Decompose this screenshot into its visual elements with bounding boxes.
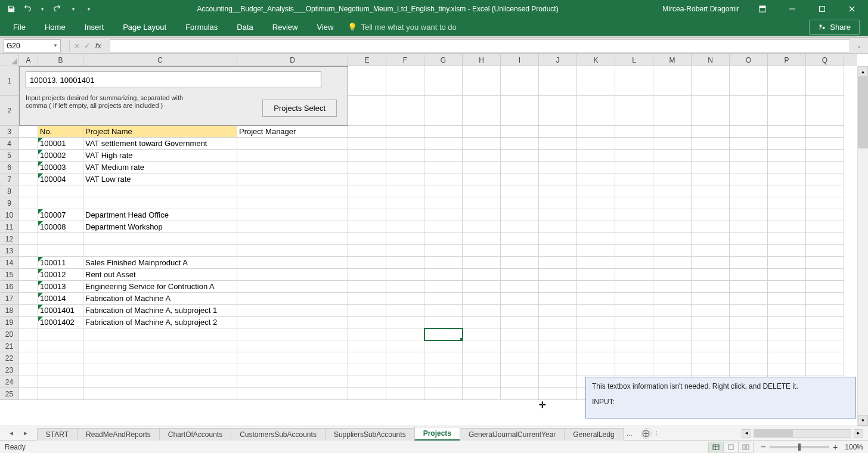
cell[interactable]: [615, 221, 653, 233]
row-15[interactable]: 15: [0, 269, 19, 281]
cell[interactable]: [653, 269, 692, 281]
tab-insert[interactable]: Insert: [75, 18, 114, 36]
cell[interactable]: [615, 96, 653, 126]
row-19[interactable]: 19: [0, 317, 19, 328]
cell[interactable]: [806, 173, 844, 185]
col-L[interactable]: L: [615, 54, 653, 66]
col-K[interactable]: K: [577, 54, 615, 66]
user-name[interactable]: Mircea-Robert Dragomir: [655, 5, 746, 13]
cell[interactable]: [806, 340, 844, 352]
cell[interactable]: [237, 340, 348, 352]
cell[interactable]: [501, 388, 539, 400]
cell[interactable]: [730, 269, 768, 281]
cell[interactable]: [386, 173, 424, 185]
cell[interactable]: [348, 293, 386, 305]
hscroll-thumb[interactable]: [754, 430, 793, 437]
cell[interactable]: VAT Low rate: [83, 173, 237, 185]
name-box[interactable]: G20 ▼: [4, 39, 61, 52]
cell[interactable]: [19, 221, 38, 233]
cell[interactable]: [806, 209, 844, 221]
cell[interactable]: [501, 257, 539, 269]
cell[interactable]: [692, 173, 730, 185]
zoom-slider[interactable]: [770, 446, 829, 448]
cell[interactable]: [83, 352, 237, 364]
cell[interactable]: [539, 293, 577, 305]
vertical-scrollbar[interactable]: ▲ ▼: [857, 66, 868, 426]
cell[interactable]: [463, 388, 501, 400]
row-20[interactable]: 20: [0, 328, 19, 340]
cell[interactable]: [237, 305, 348, 317]
cell[interactable]: [237, 269, 348, 281]
cell[interactable]: [539, 364, 577, 376]
cell[interactable]: [577, 197, 615, 209]
cell[interactable]: [386, 66, 424, 96]
cell[interactable]: [463, 328, 501, 340]
select-all-button[interactable]: [0, 54, 19, 66]
cell[interactable]: Sales Finished Mainproduct A: [83, 257, 237, 269]
cell[interactable]: [237, 376, 348, 388]
cell[interactable]: [768, 269, 806, 281]
cell[interactable]: [653, 162, 692, 173]
row-23[interactable]: 23: [0, 364, 19, 376]
cell[interactable]: [19, 138, 38, 150]
cell[interactable]: [577, 281, 615, 293]
cell[interactable]: [19, 150, 38, 162]
cell[interactable]: [768, 340, 806, 352]
tab-view[interactable]: View: [307, 18, 343, 36]
cell[interactable]: [539, 257, 577, 269]
cell[interactable]: [539, 340, 577, 352]
cell[interactable]: [386, 293, 424, 305]
cell[interactable]: Fabrication of Machine A, subproject 2: [83, 317, 237, 328]
cell[interactable]: 100008: [38, 221, 83, 233]
cell[interactable]: [501, 245, 539, 257]
cell[interactable]: [19, 328, 38, 340]
row-16[interactable]: 16: [0, 281, 19, 293]
col-A[interactable]: A: [19, 54, 38, 66]
col-E[interactable]: E: [348, 54, 386, 66]
close-icon[interactable]: [838, 0, 866, 18]
cell[interactable]: [806, 352, 844, 364]
cell[interactable]: [348, 269, 386, 281]
cell[interactable]: [38, 233, 83, 245]
cell[interactable]: [463, 245, 501, 257]
cell[interactable]: [19, 173, 38, 185]
cell[interactable]: [463, 293, 501, 305]
cell[interactable]: [806, 126, 844, 138]
cell[interactable]: [539, 96, 577, 126]
cell[interactable]: [615, 126, 653, 138]
row-9[interactable]: 9: [0, 197, 19, 209]
cell[interactable]: [19, 209, 38, 221]
cell[interactable]: [386, 281, 424, 293]
cell[interactable]: [653, 364, 692, 376]
scroll-thumb[interactable]: [858, 77, 868, 148]
cell[interactable]: [768, 233, 806, 245]
cell[interactable]: Project Manager: [237, 126, 348, 138]
cell[interactable]: [539, 173, 577, 185]
cell[interactable]: [38, 364, 83, 376]
cell[interactable]: [386, 317, 424, 328]
sheet-tab-supplierssubaccounts[interactable]: SuppliersSubAccounts: [325, 428, 415, 441]
cell[interactable]: [768, 317, 806, 328]
zoom-out-icon[interactable]: −: [761, 442, 766, 452]
cell[interactable]: [348, 150, 386, 162]
cell[interactable]: [806, 233, 844, 245]
cell[interactable]: [386, 328, 424, 340]
cell[interactable]: [386, 233, 424, 245]
cell[interactable]: [653, 185, 692, 197]
cell[interactable]: [577, 317, 615, 328]
cell[interactable]: [730, 138, 768, 150]
cell[interactable]: [424, 96, 463, 126]
cell[interactable]: [19, 388, 38, 400]
col-H[interactable]: H: [463, 54, 501, 66]
row-22[interactable]: 22: [0, 352, 19, 364]
cell[interactable]: [501, 305, 539, 317]
cell[interactable]: [730, 66, 768, 96]
cell[interactable]: [577, 150, 615, 162]
col-M[interactable]: M: [653, 54, 692, 66]
cell[interactable]: [653, 221, 692, 233]
cell[interactable]: [38, 388, 83, 400]
col-F[interactable]: F: [386, 54, 424, 66]
cell[interactable]: No.: [38, 126, 83, 138]
cell[interactable]: [806, 185, 844, 197]
cell[interactable]: [501, 293, 539, 305]
